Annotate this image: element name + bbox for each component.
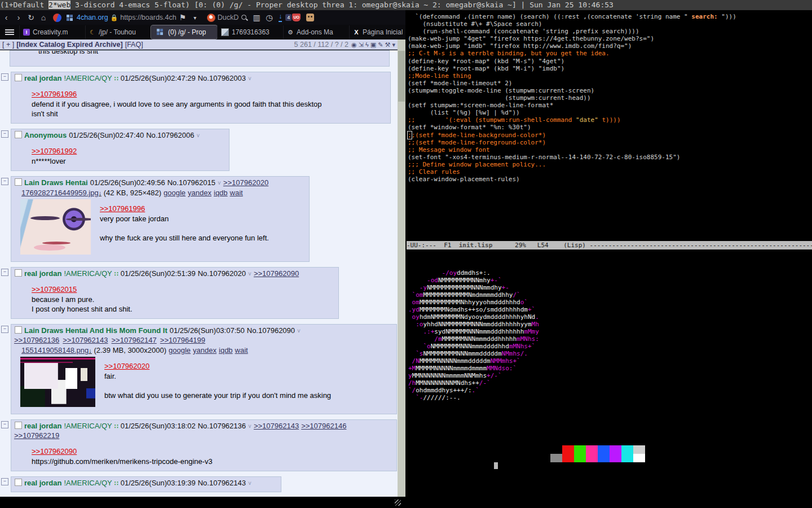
post-thumbnail[interactable] — [20, 357, 95, 407]
post-checkbox[interactable] — [15, 178, 22, 186]
post-number[interactable]: No.107962020 — [198, 269, 246, 278]
post-number[interactable]: No.107962003 — [198, 74, 246, 82]
home-button[interactable]: ⌂ — [37, 13, 50, 22]
tampermonkey-icon[interactable] — [306, 14, 314, 21]
post-checkbox[interactable] — [15, 131, 22, 138]
expand-all-button[interactable]: [ + ] — [2, 41, 14, 49]
scrollbar-thumb[interactable] — [398, 51, 405, 102]
file-name-link[interactable]: 1551419058148.png — [21, 346, 89, 354]
browser-scrollbar[interactable] — [398, 40, 405, 507]
forward-button[interactable]: › — [12, 13, 25, 22]
image-search-link[interactable]: google — [169, 346, 191, 354]
browser-tab-0[interactable]: ICreativity.m — [19, 25, 85, 39]
post-checkbox[interactable] — [15, 479, 22, 486]
post-menu-icon[interactable]: ˅ — [297, 328, 301, 334]
color-swatch — [586, 454, 598, 462]
image-search-link[interactable]: iqdb — [219, 346, 233, 354]
backlink[interactable]: >>107962146 — [301, 422, 346, 430]
image-search-link[interactable]: wait — [235, 346, 248, 354]
downloads-icon[interactable]: ↓ — [279, 14, 282, 22]
backlink[interactable]: >>107962143 — [254, 422, 299, 430]
post-menu-icon[interactable]: ˅ — [248, 423, 251, 430]
urlbar-input[interactable]: https://boards.4ch — [120, 14, 176, 21]
post-collapse-button[interactable]: − — [1, 326, 8, 333]
post-number[interactable]: No.107962006 — [146, 131, 194, 139]
post-number[interactable]: No.107962136 — [198, 422, 246, 430]
image-search-link[interactable]: wait — [230, 189, 243, 197]
post-checkbox[interactable] — [15, 422, 22, 429]
image-search-link[interactable]: yandex — [188, 189, 211, 197]
back-button[interactable]: ‹ — [0, 13, 12, 22]
search-engine-label[interactable]: DuckD — [218, 14, 239, 21]
menu-hamburger-icon[interactable] — [5, 29, 14, 35]
post-number[interactable]: No.107962090 — [247, 326, 295, 335]
lock-icon[interactable]: 🔒 — [111, 14, 118, 21]
post-menu-icon[interactable]: ˅ — [248, 271, 251, 277]
thread-tool-icon[interactable]: ▣ — [370, 41, 378, 48]
image-search-link[interactable]: google — [164, 189, 186, 197]
backlink[interactable]: >>107962143 — [63, 336, 108, 344]
bookmark-flag-icon[interactable]: ⚑ — [176, 13, 189, 22]
thread-tool-icon[interactable]: ✎ — [378, 41, 385, 48]
backlink[interactable]: >>107964199 — [160, 336, 205, 344]
file-name-link[interactable]: 1769282716449959.jpg — [21, 189, 99, 197]
thread-tool-icon[interactable]: ϟ — [365, 41, 370, 48]
quote-link[interactable]: >>107961996 — [32, 89, 77, 99]
browser-tab-5[interactable]: XPágina Inicial — [349, 25, 415, 39]
post-number[interactable]: No.107962015 — [167, 178, 215, 187]
browser-tab-4[interactable]: ⚙Add-ons Ma — [283, 25, 349, 39]
backlink[interactable]: >>107962090 — [254, 269, 299, 278]
creativity-tab-icon: I — [23, 29, 30, 36]
browser-tab-3[interactable]: 1769316363 — [217, 25, 283, 39]
emacs-window[interactable]: `(defcommand ,(intern name) (search) ((:… — [407, 10, 812, 249]
ublock-shield-icon[interactable]: UO — [292, 14, 301, 21]
post-checkbox[interactable] — [15, 269, 22, 277]
quote-link[interactable]: >>107961996 — [100, 204, 145, 213]
faq-link[interactable]: [FAQ] — [125, 41, 143, 49]
post-collapse-button[interactable]: − — [1, 130, 8, 138]
post-checkbox[interactable] — [15, 74, 22, 81]
duckduckgo-icon[interactable] — [207, 14, 215, 22]
resize-grip-icon[interactable] — [395, 500, 401, 506]
text-segment: -------------- — [550, 284, 603, 291]
post-menu-icon[interactable]: ˅ — [196, 133, 200, 139]
browser-tab-2[interactable]: (0) /g/ - Prop — [151, 25, 217, 39]
quote-link[interactable]: >>107962020 — [104, 361, 149, 371]
urlbar-domain[interactable]: 4chan.org — [77, 14, 108, 21]
thread-tool-icon[interactable]: ⇲ — [359, 41, 365, 48]
post-menu-icon[interactable]: ˅ — [248, 76, 251, 82]
post-collapse-button[interactable]: − — [1, 421, 8, 428]
browser-tab-1[interactable]: ☾/jp/ - Touhou — [85, 25, 151, 39]
post-number[interactable]: No.107962143 — [198, 479, 246, 487]
post-menu-icon[interactable]: ˅ — [218, 180, 221, 186]
firefox-window[interactable]: ‹ › ↻ ⌂ 4chan.org 🔒 https://boards.4ch ⚑… — [0, 10, 405, 508]
post-menu-icon[interactable]: ˅ — [248, 480, 251, 487]
text-segment: Linux 6.12.63-gentoo-dist — [576, 306, 673, 313]
post-checkbox[interactable] — [15, 326, 22, 334]
terminal-window[interactable]: omegabr@skaia ~ $ fastfetch -/oyddmdhs+:… — [407, 259, 812, 508]
reload-button[interactable]: ↻ — [25, 13, 37, 22]
image-search-link[interactable]: yandex — [193, 346, 217, 354]
thread-tool-icon[interactable]: ▾ — [392, 41, 395, 48]
post-collapse-button[interactable]: − — [1, 269, 8, 276]
urlbar-dropdown-icon[interactable]: ▾ — [189, 15, 201, 21]
quote-link[interactable]: >>107962015 — [32, 284, 77, 294]
backlink[interactable]: >>107962020 — [223, 178, 268, 187]
thread-tool-icon[interactable]: ◉ — [351, 41, 359, 48]
backlink[interactable]: >>107962136 — [14, 336, 59, 344]
board-nav-links[interactable]: [Index Catalog Expired Archive] — [16, 41, 122, 49]
post-thumbnail[interactable] — [20, 199, 91, 255]
post-collapse-button[interactable]: − — [1, 478, 8, 485]
search-icon[interactable] — [241, 14, 248, 21]
quote-link[interactable]: >>107962090 — [32, 446, 77, 456]
quote-link[interactable]: >>107961992 — [32, 146, 77, 156]
library-icon[interactable]: ▥ — [250, 13, 263, 22]
post-collapse-button[interactable]: − — [1, 73, 8, 81]
history-clock-icon[interactable]: ◷ — [263, 13, 275, 22]
thread-page[interactable]: this desktop is shit −real jordan!AMERIC… — [0, 50, 398, 507]
thread-tool-icon[interactable]: ⚒ — [385, 41, 392, 48]
backlink[interactable]: >>107962147 — [112, 336, 157, 344]
image-search-link[interactable]: iqdb — [214, 189, 228, 197]
post-collapse-button[interactable]: − — [1, 178, 8, 185]
backlink[interactable]: >>107962219 — [14, 431, 59, 440]
